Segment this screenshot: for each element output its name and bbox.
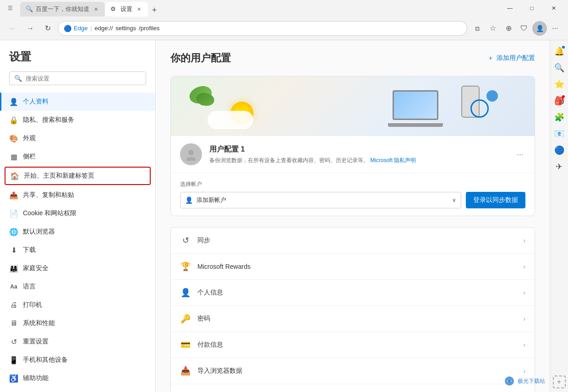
right-btn-edge2[interactable]: 🔵 <box>552 143 567 158</box>
add-profile-btn[interactable]: ＋ 添加用户配置 <box>487 54 535 62</box>
content-header: 你的用户配置 ＋ 添加用户配置 <box>170 51 535 65</box>
nav-item-profile[interactable]: 👤 个人资料 <box>0 93 155 111</box>
title-bar: ☰ 🔍 百度一下，你就知道 ✕ ⚙ 设置 ✕ + — □ ✕ <box>0 0 568 16</box>
settings-icon-rewards: 🏆 <box>180 261 191 272</box>
nav-label-cookies: Cookie 和网站权限 <box>23 209 76 218</box>
profile-card: 用户配置 1 备份浏览数据，在所有设备上查看收藏内容、密码、历史记录等。 Mic… <box>170 76 535 216</box>
nav-label-sidebar: 侧栏 <box>23 152 36 161</box>
nav-item-cookies[interactable]: 📄 Cookie 和网站权限 <box>0 204 155 223</box>
settings-item-payment[interactable]: 💳 付款信息 › <box>171 332 535 358</box>
browser-essentials-btn[interactable]: 🛡 <box>517 21 531 36</box>
settings-label-personal-info: 个人信息 <box>197 289 517 297</box>
svg-point-0 <box>188 150 194 155</box>
address-input-wrap[interactable]: 🔵 Edge | edge://settings/profiles <box>58 21 467 36</box>
refresh-btn[interactable]: ↻ <box>40 21 55 36</box>
right-sidebar-add-btn[interactable]: + <box>553 376 566 388</box>
nav-label-default: 默认浏览器 <box>23 228 55 236</box>
settings-item-import[interactable]: 📥 导入浏览器数据 › <box>171 358 535 384</box>
nav-item-start[interactable]: 🏠 开始、主页和新建标签页 <box>5 167 151 185</box>
settings-icon-sync: ↺ <box>180 235 191 246</box>
nav-label-downloads: 下载 <box>23 246 36 254</box>
close-btn[interactable]: ✕ <box>543 1 564 16</box>
nav-item-privacy[interactable]: 🔒 隐私、搜索和服务 <box>0 111 155 129</box>
nav-icon-accessibility: ♿ <box>9 374 18 383</box>
watermark-text: 极光下载站 <box>518 377 545 385</box>
tab-close-settings[interactable]: ✕ <box>135 5 142 13</box>
watermark-logo <box>504 376 515 387</box>
nav-item-mobile[interactable]: 📱 手机和其他设备 <box>0 351 155 369</box>
nav-item-system[interactable]: 🖥 系统和性能 <box>0 314 155 332</box>
profile-btn[interactable]: 👤 <box>532 21 547 36</box>
account-dropdown[interactable]: 👤 添加新帐户 ∨ <box>180 192 461 208</box>
nav-icon-start: 🏠 <box>10 171 19 180</box>
tab-favicon-baidu: 🔍 <box>26 5 33 13</box>
nav-item-appearance[interactable]: 🎨 外观 <box>0 129 155 147</box>
nav-label-family: 家庭安全 <box>23 264 49 272</box>
account-dropdown-text: 添加新帐户 <box>197 196 448 204</box>
sync-btn[interactable]: 登录以同步数据 <box>466 192 525 208</box>
nav-item-share[interactable]: 📤 共享、复制和粘贴 <box>0 186 155 204</box>
profile-more-btn[interactable]: ··· <box>515 148 525 161</box>
search-box[interactable]: 🔍 <box>9 71 146 85</box>
nav-item-reset[interactable]: ↺ 重置设置 <box>0 332 155 351</box>
collections-btn[interactable]: ⊕ <box>501 21 516 36</box>
back-btn[interactable]: ← <box>5 21 20 36</box>
split-screen-btn[interactable]: ⧈ <box>470 21 485 36</box>
maximize-btn[interactable]: □ <box>521 1 542 16</box>
nav-icon-system: 🖥 <box>9 319 18 328</box>
tab-close-baidu[interactable]: ✕ <box>92 5 99 13</box>
right-btn-collections[interactable]: ⭐ <box>552 77 567 92</box>
tab-favicon-settings: ⚙ <box>110 5 118 13</box>
right-btn-search[interactable]: 🔍 <box>552 60 567 75</box>
nav-icon-downloads: ⬇ <box>9 245 18 255</box>
nav-icon-printer: 🖨 <box>9 300 18 310</box>
page-title: 你的用户配置 <box>170 51 231 65</box>
right-btn-shopping[interactable]: 🎒 <box>552 93 567 108</box>
nav-item-language[interactable]: Aa 语言 <box>0 278 155 296</box>
favorites-btn[interactable]: ☆ <box>486 21 500 36</box>
settings-item-rewards[interactable]: 🏆 Microsoft Rewards › <box>171 254 535 280</box>
banner-cloud <box>208 111 253 129</box>
nav-label-accessibility: 辅助功能 <box>23 374 49 382</box>
settings-item-passwords[interactable]: 🔑 密码 › <box>171 306 535 332</box>
nav-icon-reset: ↺ <box>9 337 18 346</box>
edge-favicon: 🔵 <box>64 25 71 32</box>
minimize-btn[interactable]: — <box>499 1 520 16</box>
right-btn-outlook[interactable]: 📧 <box>552 126 567 141</box>
nav-label-profile: 个人资料 <box>23 98 49 106</box>
nav-item-family[interactable]: 👨‍👩‍👧 家庭安全 <box>0 259 155 278</box>
tab-baidu[interactable]: 🔍 百度一下，你就知道 ✕ <box>20 2 105 16</box>
nav-icon-mobile: 📱 <box>9 355 18 365</box>
tab-settings[interactable]: ⚙ 设置 ✕ <box>105 2 148 16</box>
settings-arrow-personal-info: › <box>523 289 525 296</box>
settings-item-sync[interactable]: ↺ 同步 › <box>171 228 535 254</box>
nav-icon-sidebar: ▦ <box>9 152 18 161</box>
search-icon: 🔍 <box>14 75 22 82</box>
nav-item-printer[interactable]: 🖨 打印机 <box>0 296 155 314</box>
forward-btn[interactable]: → <box>23 21 38 36</box>
nav-item-about[interactable]: 🔵 关于 Microsoft Edge <box>0 387 155 392</box>
nav-item-default[interactable]: 🌐 默认浏览器 <box>0 223 155 241</box>
profile-name: 用户配置 1 <box>209 145 508 154</box>
nav-icon-share: 📤 <box>9 191 18 200</box>
more-btn[interactable]: ··· <box>548 21 563 36</box>
address-separator: | <box>90 25 92 32</box>
nav-icon-profile: 👤 <box>9 97 18 106</box>
right-btn-bell[interactable]: 🔔 <box>552 44 567 59</box>
toolbar-actions: ⧈ ☆ ⊕ 🛡 👤 ··· <box>470 21 563 36</box>
content-area: 你的用户配置 ＋ 添加用户配置 <box>156 40 550 392</box>
right-btn-extensions[interactable]: 🧩 <box>552 110 567 125</box>
svg-point-3 <box>508 380 511 382</box>
right-btn-send[interactable]: ✈ <box>552 159 567 174</box>
sidebar-toggle-btn[interactable]: ☰ <box>4 2 16 15</box>
search-input[interactable] <box>26 75 141 82</box>
nav-item-sidebar[interactable]: ▦ 侧栏 <box>0 147 155 166</box>
settings-label-import: 导入浏览器数据 <box>197 367 517 375</box>
nav-label-appearance: 外观 <box>23 134 36 142</box>
privacy-link[interactable]: Microsoft 隐私声明 <box>370 157 416 163</box>
new-tab-btn[interactable]: + <box>148 4 161 16</box>
nav-item-accessibility[interactable]: ♿ 辅助功能 <box>0 369 155 387</box>
settings-item-personal-info[interactable]: 👤 个人信息 › <box>171 280 535 306</box>
settings-item-preferences[interactable]: ⚙ 用户配置偏好设置 › <box>171 384 535 392</box>
nav-item-downloads[interactable]: ⬇ 下载 <box>0 241 155 259</box>
